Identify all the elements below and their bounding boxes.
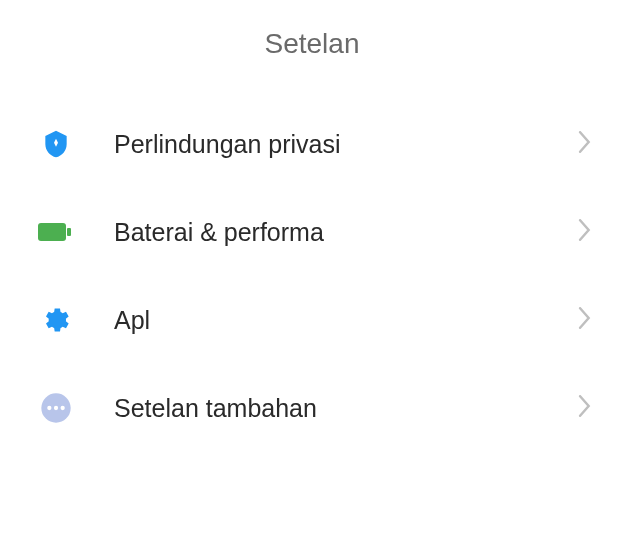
menu-item-label: Apl	[114, 306, 578, 335]
menu-item-additional[interactable]: Setelan tambahan	[32, 364, 592, 452]
chevron-right-icon	[578, 395, 592, 421]
chevron-right-icon	[578, 307, 592, 333]
svg-rect-1	[67, 228, 71, 236]
shield-icon	[38, 126, 74, 162]
chevron-right-icon	[578, 219, 592, 245]
gear-icon	[38, 302, 74, 338]
svg-point-3	[47, 406, 51, 410]
menu-item-battery[interactable]: Baterai & performa	[32, 188, 592, 276]
menu-item-label: Baterai & performa	[114, 218, 578, 247]
svg-point-5	[61, 406, 65, 410]
page-title: Setelan	[0, 28, 624, 60]
menu-item-apps[interactable]: Apl	[32, 276, 592, 364]
battery-icon	[38, 214, 74, 250]
settings-menu: Perlindungan privasi Baterai & performa	[0, 100, 624, 452]
menu-item-label: Perlindungan privasi	[114, 130, 578, 159]
menu-item-label: Setelan tambahan	[114, 394, 578, 423]
svg-rect-0	[38, 223, 66, 241]
chevron-right-icon	[578, 131, 592, 157]
svg-point-4	[54, 406, 58, 410]
menu-item-privacy[interactable]: Perlindungan privasi	[32, 100, 592, 188]
dots-icon	[38, 390, 74, 426]
header: Setelan	[0, 0, 624, 100]
